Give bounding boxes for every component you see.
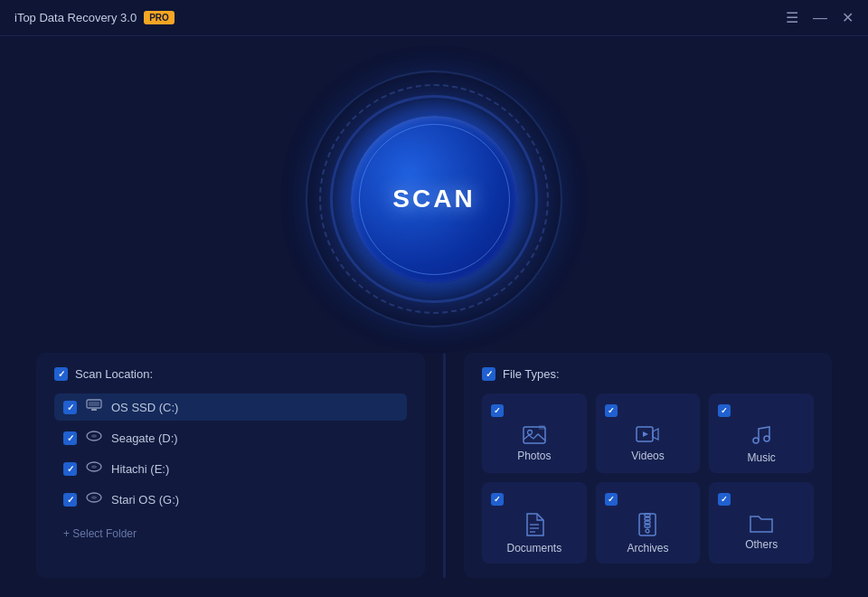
music-icon xyxy=(750,424,772,446)
svg-rect-21 xyxy=(645,517,650,520)
file-types-title: File Types: xyxy=(503,367,560,381)
videos-icon xyxy=(636,424,659,444)
music-checkbox[interactable] xyxy=(718,404,731,417)
drive-list: OS SSD (C:) Seagate (D:) xyxy=(54,393,407,513)
file-types-panel: File Types: xyxy=(464,353,832,578)
archives-inner: Archives xyxy=(605,513,692,554)
svg-point-6 xyxy=(91,465,97,469)
documents-inner: Documents xyxy=(491,513,578,554)
drive-d-name: Seagate (D:) xyxy=(111,431,178,445)
documents-label: Documents xyxy=(491,542,578,554)
pro-badge: PRO xyxy=(144,11,175,24)
others-icon xyxy=(750,513,773,533)
drive-item-g[interactable]: Stari OS (G:) xyxy=(54,486,407,513)
file-types-header: File Types: xyxy=(482,367,814,381)
drive-g-icon xyxy=(86,491,102,507)
drive-d-checkbox[interactable] xyxy=(63,431,77,445)
svg-point-24 xyxy=(646,529,649,533)
close-icon[interactable]: ✕ xyxy=(842,9,854,26)
file-type-photos[interactable]: Photos xyxy=(482,393,587,473)
documents-icon-area xyxy=(491,513,578,536)
others-label: Others xyxy=(718,538,805,551)
scan-outer-ring: SCAN xyxy=(307,72,561,326)
scan-middle-ring: SCAN xyxy=(330,95,538,303)
scan-location-header: Scan Location: xyxy=(54,367,407,381)
videos-checkbox[interactable] xyxy=(605,404,618,417)
menu-icon[interactable]: ☰ xyxy=(786,9,798,26)
scan-area: SCAN xyxy=(36,54,832,344)
photos-label: Photos xyxy=(491,450,578,462)
file-type-music[interactable]: Music xyxy=(709,393,814,473)
others-inner: Others xyxy=(718,513,805,551)
documents-checkbox[interactable] xyxy=(491,493,504,506)
svg-rect-1 xyxy=(89,402,99,406)
drive-item-d[interactable]: Seagate (D:) xyxy=(54,424,407,451)
title-left: iTop Data Recovery 3.0 PRO xyxy=(14,11,175,24)
file-type-videos[interactable]: Videos xyxy=(596,393,701,473)
title-bar: iTop Data Recovery 3.0 PRO ☰ — ✕ xyxy=(0,0,868,36)
svg-point-8 xyxy=(91,496,97,499)
documents-icon xyxy=(524,513,544,536)
main-content: SCAN Scan Location: xyxy=(0,36,868,597)
drive-e-name: Hitachi (E:) xyxy=(111,462,169,476)
drive-c-name: OS SSD (C:) xyxy=(111,401,178,414)
photos-inner: Photos xyxy=(491,424,578,462)
file-type-others[interactable]: Others xyxy=(709,482,814,564)
photos-checkbox[interactable] xyxy=(491,404,504,417)
music-label: Music xyxy=(718,451,805,464)
videos-inner: Videos xyxy=(605,424,692,462)
music-icon-area xyxy=(718,424,805,446)
bottom-section: Scan Location: OS SSD (C:) xyxy=(36,353,832,578)
others-checkbox[interactable] xyxy=(718,493,731,506)
archives-checkbox[interactable] xyxy=(605,493,618,506)
scan-location-checkbox[interactable] xyxy=(54,367,68,381)
drive-e-icon xyxy=(86,460,102,477)
svg-rect-20 xyxy=(645,514,650,516)
file-type-archives[interactable]: Archives xyxy=(596,482,701,564)
drive-c-icon xyxy=(86,399,102,415)
music-inner: Music xyxy=(718,424,805,464)
select-folder-button[interactable]: + Select Folder xyxy=(54,524,407,544)
select-folder-label: + Select Folder xyxy=(63,527,137,540)
svg-point-14 xyxy=(753,438,759,443)
minimize-icon[interactable]: — xyxy=(813,10,827,26)
photos-icon-area xyxy=(491,424,578,444)
archives-icon xyxy=(637,513,657,536)
svg-point-4 xyxy=(91,434,97,438)
svg-marker-13 xyxy=(643,431,648,437)
drive-g-name: Stari OS (G:) xyxy=(111,493,179,507)
svg-point-10 xyxy=(527,431,532,435)
svg-point-15 xyxy=(764,436,769,441)
scan-label: SCAN xyxy=(392,185,475,213)
title-controls: ☰ — ✕ xyxy=(786,9,854,26)
drive-e-checkbox[interactable] xyxy=(63,462,77,476)
photos-icon xyxy=(523,424,546,444)
videos-label: Videos xyxy=(605,450,692,462)
file-types-grid: Photos Videos xyxy=(482,393,814,564)
scan-location-panel: Scan Location: OS SSD (C:) xyxy=(36,353,425,578)
scan-button[interactable]: SCAN xyxy=(351,116,518,283)
file-types-checkbox[interactable] xyxy=(482,367,495,381)
file-type-documents[interactable]: Documents xyxy=(482,482,587,564)
svg-rect-11 xyxy=(539,425,545,430)
scan-location-title: Scan Location: xyxy=(75,367,153,381)
scan-dotted-ring: SCAN xyxy=(319,84,549,314)
drive-item-e[interactable]: Hitachi (E:) xyxy=(54,455,407,482)
svg-rect-2 xyxy=(91,409,97,411)
svg-rect-23 xyxy=(645,525,650,527)
drive-d-icon xyxy=(86,430,102,446)
drive-c-checkbox[interactable] xyxy=(63,401,77,414)
drive-g-checkbox[interactable] xyxy=(63,493,77,507)
videos-icon-area xyxy=(605,424,692,444)
panel-divider xyxy=(443,353,446,578)
app-title: iTop Data Recovery 3.0 xyxy=(14,11,137,24)
archives-icon-area xyxy=(605,513,692,536)
others-icon-area xyxy=(718,513,805,533)
archives-label: Archives xyxy=(605,542,692,554)
svg-rect-22 xyxy=(645,521,650,524)
drive-item-c[interactable]: OS SSD (C:) xyxy=(54,393,407,421)
